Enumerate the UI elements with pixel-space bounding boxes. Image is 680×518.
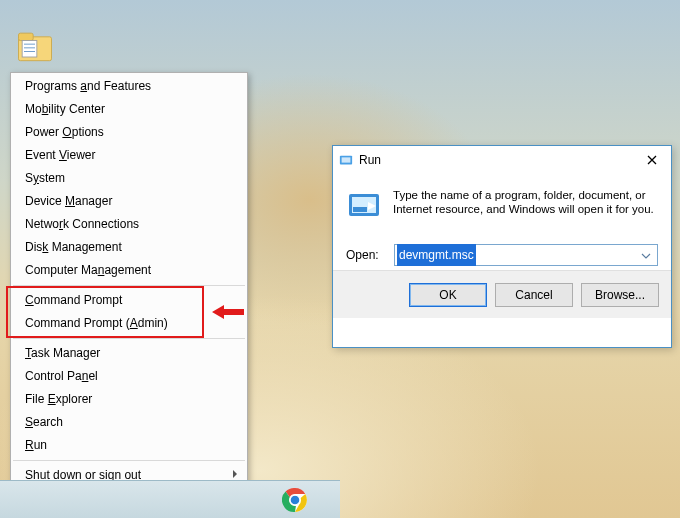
menu-item-search[interactable]: Search (11, 411, 247, 434)
highlight-box (6, 286, 204, 338)
run-button-row: OK Cancel Browse... (333, 270, 671, 318)
run-open-value: devmgmt.msc (397, 244, 476, 266)
run-dialog: Run Type the name of a program, folder, … (332, 145, 672, 348)
run-open-label: Open: (346, 248, 386, 262)
menu-item-power-options[interactable]: Power Options (11, 121, 247, 144)
menu-item-computer-management[interactable]: Computer Management (11, 259, 247, 282)
menu-item-control-panel[interactable]: Control Panel (11, 365, 247, 388)
run-title-icon (339, 153, 353, 167)
menu-separator (13, 338, 245, 339)
taskbar (0, 480, 340, 518)
chevron-down-icon[interactable] (637, 247, 655, 265)
run-description: Type the name of a program, folder, docu… (393, 188, 658, 224)
ok-button[interactable]: OK (409, 283, 487, 307)
menu-item-programs-and-features[interactable]: Programs and Features (11, 75, 247, 98)
menu-item-run[interactable]: Run (11, 434, 247, 457)
browse-button[interactable]: Browse... (581, 283, 659, 307)
menu-separator (13, 460, 245, 461)
cancel-button[interactable]: Cancel (495, 283, 573, 307)
close-button[interactable] (639, 150, 665, 170)
chrome-icon[interactable] (282, 487, 308, 513)
run-icon (346, 188, 382, 224)
svg-rect-1 (19, 33, 34, 40)
desktop-folder-icon[interactable] (13, 24, 57, 68)
menu-item-disk-management[interactable]: Disk Management (11, 236, 247, 259)
run-title-text: Run (359, 153, 381, 167)
menu-item-system[interactable]: System (11, 167, 247, 190)
svg-rect-2 (22, 41, 37, 58)
run-open-combobox[interactable]: devmgmt.msc (394, 244, 658, 266)
menu-item-mobility-center[interactable]: Mobility Center (11, 98, 247, 121)
menu-item-event-viewer[interactable]: Event Viewer (11, 144, 247, 167)
run-titlebar: Run (333, 146, 671, 174)
chevron-right-icon (233, 470, 237, 478)
menu-item-task-manager[interactable]: Task Manager (11, 342, 247, 365)
menu-item-device-manager[interactable]: Device Manager (11, 190, 247, 213)
svg-marker-6 (212, 305, 244, 319)
svg-rect-12 (342, 157, 351, 162)
menu-item-file-explorer[interactable]: File Explorer (11, 388, 247, 411)
svg-rect-15 (353, 207, 367, 212)
menu-item-network-connections[interactable]: Network Connections (11, 213, 247, 236)
arrow-left-icon (212, 303, 244, 321)
